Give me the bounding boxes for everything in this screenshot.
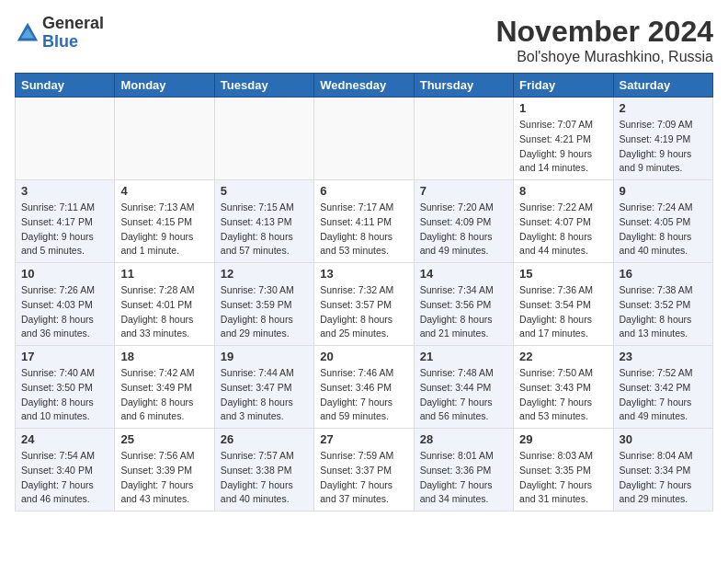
day-info: Sunrise: 7:13 AM Sunset: 4:15 PM Dayligh…: [120, 201, 208, 259]
day-info: Sunrise: 7:57 AM Sunset: 3:38 PM Dayligh…: [221, 449, 308, 507]
week-row-5: 24Sunrise: 7:54 AM Sunset: 3:40 PM Dayli…: [16, 429, 713, 511]
day-info: Sunrise: 7:40 AM Sunset: 3:50 PM Dayligh…: [21, 366, 108, 424]
day-info: Sunrise: 7:38 AM Sunset: 3:52 PM Dayligh…: [620, 283, 707, 341]
day-cell: 12Sunrise: 7:30 AM Sunset: 3:59 PM Dayli…: [214, 263, 313, 346]
day-info: Sunrise: 7:48 AM Sunset: 3:44 PM Dayligh…: [420, 366, 507, 424]
day-cell: 17Sunrise: 7:40 AM Sunset: 3:50 PM Dayli…: [16, 346, 115, 429]
day-cell: 20Sunrise: 7:46 AM Sunset: 3:46 PM Dayli…: [314, 346, 414, 429]
day-number: 23: [620, 350, 707, 363]
day-number: 11: [120, 267, 208, 281]
day-cell: 5Sunrise: 7:15 AM Sunset: 4:13 PM Daylig…: [214, 180, 313, 263]
day-number: 21: [420, 350, 507, 363]
day-number: 12: [221, 267, 308, 281]
day-cell: 22Sunrise: 7:50 AM Sunset: 3:43 PM Dayli…: [514, 346, 613, 429]
logo: General Blue: [15, 15, 104, 52]
day-info: Sunrise: 7:36 AM Sunset: 3:54 PM Dayligh…: [519, 283, 607, 341]
week-row-3: 10Sunrise: 7:26 AM Sunset: 4:03 PM Dayli…: [16, 263, 713, 346]
day-info: Sunrise: 7:30 AM Sunset: 3:59 PM Dayligh…: [221, 283, 308, 341]
day-cell: 8Sunrise: 7:22 AM Sunset: 4:07 PM Daylig…: [514, 180, 613, 263]
day-cell: 1Sunrise: 7:07 AM Sunset: 4:21 PM Daylig…: [514, 98, 613, 180]
day-cell: 29Sunrise: 8:03 AM Sunset: 3:35 PM Dayli…: [514, 429, 613, 511]
day-number: 2: [620, 101, 707, 115]
calendar-table: Sunday Monday Tuesday Wednesday Thursday…: [15, 73, 713, 511]
header-saturday: Saturday: [613, 74, 712, 98]
logo-general-text: General: [42, 15, 104, 33]
day-info: Sunrise: 7:42 AM Sunset: 3:49 PM Dayligh…: [120, 366, 208, 424]
day-info: Sunrise: 7:56 AM Sunset: 3:39 PM Dayligh…: [120, 449, 208, 507]
day-cell: 3Sunrise: 7:11 AM Sunset: 4:17 PM Daylig…: [16, 180, 115, 263]
day-number: 30: [620, 432, 707, 446]
day-number: 13: [320, 267, 407, 281]
week-row-4: 17Sunrise: 7:40 AM Sunset: 3:50 PM Dayli…: [16, 346, 713, 429]
day-number: 14: [420, 267, 507, 281]
day-cell: 2Sunrise: 7:09 AM Sunset: 4:19 PM Daylig…: [613, 98, 712, 180]
day-cell: 21Sunrise: 7:48 AM Sunset: 3:44 PM Dayli…: [414, 346, 513, 429]
header-monday: Monday: [115, 74, 214, 98]
day-number: 9: [620, 184, 707, 198]
day-info: Sunrise: 8:03 AM Sunset: 3:35 PM Dayligh…: [519, 449, 607, 507]
day-cell: 27Sunrise: 7:59 AM Sunset: 3:37 PM Dayli…: [314, 429, 414, 511]
day-cell: 24Sunrise: 7:54 AM Sunset: 3:40 PM Dayli…: [16, 429, 115, 511]
day-cell: [314, 98, 414, 180]
day-number: 1: [519, 101, 607, 115]
header-thursday: Thursday: [414, 74, 513, 98]
week-row-1: 1Sunrise: 7:07 AM Sunset: 4:21 PM Daylig…: [16, 98, 713, 180]
header-tuesday: Tuesday: [214, 74, 313, 98]
day-number: 22: [519, 350, 607, 363]
day-number: 15: [519, 267, 607, 281]
day-cell: 9Sunrise: 7:24 AM Sunset: 4:05 PM Daylig…: [613, 180, 712, 263]
day-cell: 13Sunrise: 7:32 AM Sunset: 3:57 PM Dayli…: [314, 263, 414, 346]
logo-icon: [15, 20, 40, 46]
day-info: Sunrise: 7:34 AM Sunset: 3:56 PM Dayligh…: [420, 283, 507, 341]
day-number: 3: [21, 184, 108, 198]
day-number: 26: [221, 432, 308, 446]
header-sunday: Sunday: [16, 74, 115, 98]
month-year-title: November 2024: [495, 15, 713, 49]
day-info: Sunrise: 7:24 AM Sunset: 4:05 PM Dayligh…: [620, 201, 707, 259]
day-cell: 28Sunrise: 8:01 AM Sunset: 3:36 PM Dayli…: [414, 429, 513, 511]
day-cell: 11Sunrise: 7:28 AM Sunset: 4:01 PM Dayli…: [115, 263, 214, 346]
day-info: Sunrise: 8:01 AM Sunset: 3:36 PM Dayligh…: [420, 449, 507, 507]
day-number: 27: [320, 432, 407, 446]
day-number: 25: [120, 432, 208, 446]
header-friday: Friday: [514, 74, 613, 98]
day-info: Sunrise: 7:32 AM Sunset: 3:57 PM Dayligh…: [320, 283, 407, 341]
day-cell: [115, 98, 214, 180]
day-number: 28: [420, 432, 507, 446]
day-cell: 15Sunrise: 7:36 AM Sunset: 3:54 PM Dayli…: [514, 263, 613, 346]
day-cell: [414, 98, 513, 180]
day-cell: 19Sunrise: 7:44 AM Sunset: 3:47 PM Dayli…: [214, 346, 313, 429]
day-info: Sunrise: 7:28 AM Sunset: 4:01 PM Dayligh…: [120, 283, 208, 341]
day-info: Sunrise: 7:20 AM Sunset: 4:09 PM Dayligh…: [420, 201, 507, 259]
day-info: Sunrise: 7:22 AM Sunset: 4:07 PM Dayligh…: [519, 201, 607, 259]
day-number: 5: [221, 184, 308, 198]
day-number: 8: [519, 184, 607, 198]
day-cell: 10Sunrise: 7:26 AM Sunset: 4:03 PM Dayli…: [16, 263, 115, 346]
day-number: 20: [320, 350, 407, 363]
day-info: Sunrise: 7:50 AM Sunset: 3:43 PM Dayligh…: [519, 366, 607, 424]
day-cell: 4Sunrise: 7:13 AM Sunset: 4:15 PM Daylig…: [115, 180, 214, 263]
day-cell: 14Sunrise: 7:34 AM Sunset: 3:56 PM Dayli…: [414, 263, 513, 346]
header-row: Sunday Monday Tuesday Wednesday Thursday…: [16, 74, 713, 98]
day-info: Sunrise: 7:17 AM Sunset: 4:11 PM Dayligh…: [320, 201, 407, 259]
day-cell: 26Sunrise: 7:57 AM Sunset: 3:38 PM Dayli…: [214, 429, 313, 511]
day-number: 29: [519, 432, 607, 446]
day-cell: 25Sunrise: 7:56 AM Sunset: 3:39 PM Dayli…: [115, 429, 214, 511]
day-info: Sunrise: 7:44 AM Sunset: 3:47 PM Dayligh…: [221, 366, 308, 424]
logo-blue-text: Blue: [42, 33, 104, 52]
day-cell: 7Sunrise: 7:20 AM Sunset: 4:09 PM Daylig…: [414, 180, 513, 263]
day-cell: [214, 98, 313, 180]
day-info: Sunrise: 8:04 AM Sunset: 3:34 PM Dayligh…: [620, 449, 707, 507]
page-header: General Blue November 2024 Bol'shoye Mur…: [15, 15, 713, 65]
day-cell: [16, 98, 115, 180]
week-row-2: 3Sunrise: 7:11 AM Sunset: 4:17 PM Daylig…: [16, 180, 713, 263]
day-cell: 30Sunrise: 8:04 AM Sunset: 3:34 PM Dayli…: [613, 429, 712, 511]
header-wednesday: Wednesday: [314, 74, 414, 98]
location-text: Bol'shoye Murashkino, Russia: [495, 49, 713, 65]
day-info: Sunrise: 7:09 AM Sunset: 4:19 PM Dayligh…: [620, 118, 707, 176]
title-section: November 2024 Bol'shoye Murashkino, Russ…: [495, 15, 713, 65]
day-cell: 18Sunrise: 7:42 AM Sunset: 3:49 PM Dayli…: [115, 346, 214, 429]
day-info: Sunrise: 7:59 AM Sunset: 3:37 PM Dayligh…: [320, 449, 407, 507]
day-info: Sunrise: 7:26 AM Sunset: 4:03 PM Dayligh…: [21, 283, 108, 341]
day-number: 10: [21, 267, 108, 281]
